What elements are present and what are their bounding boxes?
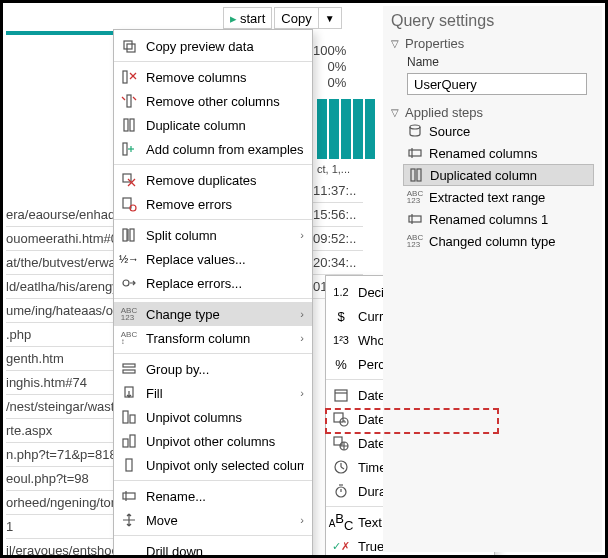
background-table-rows: era/eaourse/enhades,ouomeerathi.htm#037a… [6, 203, 114, 558]
pane-title: Query settings [391, 12, 594, 30]
svg-rect-26 [130, 415, 135, 423]
remove-err-icon [120, 195, 138, 213]
applied-step-duplicated-column[interactable]: Duplicated column [403, 164, 594, 186]
context-menu-item-replace-values-[interactable]: ½→Replace values... [114, 247, 312, 271]
copy-split-button[interactable]: Copy ▼ [274, 7, 341, 29]
chevron-down-icon: ▽ [391, 107, 399, 118]
menu-item-label: Fill [146, 386, 292, 401]
copy-dropdown[interactable]: ▼ [318, 7, 342, 29]
menu-item-label: Split column [146, 228, 292, 243]
context-menu-item-fill[interactable]: Fill› [114, 381, 312, 405]
column-context-menu: Copy preview dataRemove columnsRemove ot… [113, 29, 313, 558]
context-menu-item-remove-duplicates[interactable]: Remove duplicates [114, 168, 312, 192]
distinct-label: ct, 1,... [317, 163, 350, 175]
context-menu-item-copy-preview-data[interactable]: Copy preview data [114, 34, 312, 58]
table-row: n.php?t=71&p=8180 [6, 443, 114, 467]
table-row: at/the/butvest/erwayo [6, 251, 114, 275]
context-menu-item-remove-columns[interactable]: Remove columns [114, 65, 312, 89]
fill-icon [120, 384, 138, 402]
applied-step-extracted-text-range[interactable]: ABC123Extracted text range [403, 186, 594, 208]
context-menu-item-unpivot-only-selected-columns[interactable]: Unpivot only selected columns [114, 453, 312, 477]
context-menu-item-replace-errors-[interactable]: Replace errors... [114, 271, 312, 295]
unpivot-other-icon [120, 432, 138, 450]
chevron-down-icon: ▽ [391, 38, 399, 49]
move-icon [120, 511, 138, 529]
duplicate-col-icon [120, 116, 138, 134]
context-menu-item-unpivot-columns[interactable]: Unpivot columns [114, 405, 312, 429]
remove-cols-icon [120, 68, 138, 86]
svg-rect-1 [127, 44, 135, 52]
chevron-right-icon: › [300, 514, 304, 526]
add-col-icon [120, 140, 138, 158]
svg-rect-28 [130, 435, 135, 447]
whole-icon: 1²3 [332, 331, 350, 349]
applied-step-changed-column-type[interactable]: ABC123Changed column type [403, 230, 594, 252]
split-col-icon [120, 226, 138, 244]
chevron-down-icon: ▼ [325, 13, 335, 24]
svg-rect-25 [123, 411, 128, 423]
context-menu-item-change-type[interactable]: ABC123Change type› [114, 302, 312, 326]
svg-rect-22 [123, 364, 135, 367]
replace-err-icon [120, 274, 138, 292]
table-row: era/eaourse/enhades, [6, 203, 114, 227]
step-label: Renamed columns [429, 146, 537, 161]
table-row: il/erayoues/entshoes, [6, 539, 114, 558]
decimal-icon: 1.2 [332, 283, 350, 301]
svg-rect-49 [411, 169, 415, 181]
context-menu-item-remove-errors[interactable]: Remove errors [114, 192, 312, 216]
context-menu-item-drill-down[interactable]: Drill down [114, 539, 312, 558]
menu-item-label: Copy preview data [146, 39, 304, 54]
properties-section-header[interactable]: ▽ Properties [391, 36, 594, 51]
svg-rect-10 [123, 143, 127, 155]
rename-icon [120, 487, 138, 505]
table-row: orheed/ngening/tono [6, 491, 114, 515]
context-menu-item-duplicate-column[interactable]: Duplicate column [114, 113, 312, 137]
menu-item-label: Remove other columns [146, 94, 304, 109]
step-label: Source [429, 124, 470, 139]
chevron-right-icon: › [300, 387, 304, 399]
bool-icon: ✓✗ [332, 537, 350, 555]
context-menu-item-add-column-from-examples-[interactable]: Add column from examples... [114, 137, 312, 161]
context-menu-item-split-column[interactable]: Split column› [114, 223, 312, 247]
svg-line-7 [133, 97, 136, 100]
menu-item-label: Remove duplicates [146, 173, 304, 188]
copy-label: Copy [281, 11, 311, 26]
context-menu-item-group-by-[interactable]: Group by... [114, 357, 312, 381]
context-menu-item-rename-[interactable]: Rename... [114, 484, 312, 508]
svg-rect-5 [127, 95, 131, 107]
time-cell: 15:56:.. [313, 203, 363, 227]
group-icon [120, 360, 138, 378]
table-row: rte.aspx [6, 419, 114, 443]
query-name-input[interactable] [407, 73, 587, 95]
applied-step-source[interactable]: Source [403, 120, 594, 142]
svg-rect-30 [123, 493, 135, 499]
start-button[interactable]: ▸ start [223, 7, 272, 29]
menu-item-label: Move [146, 513, 292, 528]
context-menu-item-move[interactable]: Move› [114, 508, 312, 532]
date-icon [332, 386, 350, 404]
svg-point-46 [410, 125, 420, 129]
percent-icon: % [332, 355, 350, 373]
svg-rect-18 [123, 229, 127, 241]
context-menu-item-transform-column[interactable]: ABC↕Transform column› [114, 326, 312, 350]
unpivot-sel-icon [120, 456, 138, 474]
remove-other-cols-icon [120, 92, 138, 110]
menu-item-label: Replace values... [146, 252, 304, 267]
toolbar-fragment: ▸ start Copy ▼ [223, 7, 342, 29]
applied-steps-section-header[interactable]: ▽ Applied steps [391, 105, 594, 120]
applied-step-renamed-columns-1[interactable]: Renamed columns 1 [403, 208, 594, 230]
menu-item-label: Group by... [146, 362, 304, 377]
table-row: ouomeerathi.htm#037 [6, 227, 114, 251]
play-icon: ▸ [230, 11, 237, 26]
text-icon: ABC [332, 513, 350, 531]
abc123-icon: ABC123 [407, 189, 423, 205]
menu-item-label: Remove columns [146, 70, 304, 85]
applied-step-renamed-columns[interactable]: Renamed columns [403, 142, 594, 164]
svg-rect-50 [417, 169, 421, 181]
menu-item-label: Rename... [146, 489, 304, 504]
time-icon [332, 458, 350, 476]
context-menu-item-remove-other-columns[interactable]: Remove other columns [114, 89, 312, 113]
svg-rect-51 [409, 216, 421, 222]
context-menu-item-unpivot-other-columns[interactable]: Unpivot other columns [114, 429, 312, 453]
menu-item-label: Transform column [146, 331, 292, 346]
